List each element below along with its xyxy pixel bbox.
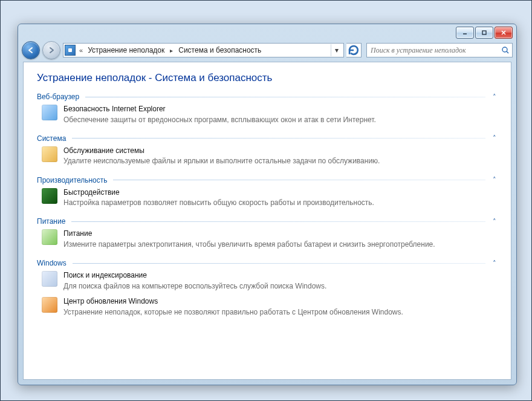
section-header-label: Питание [37, 217, 65, 226]
section-header[interactable]: Веб-браузер˄ [37, 93, 498, 101]
address-dropdown[interactable]: ▾ [331, 44, 342, 56]
chevron-right-icon[interactable]: ▸ [168, 47, 175, 54]
maximize-icon [481, 30, 487, 36]
search-input[interactable] [369, 45, 499, 56]
collapse-chevron-icon[interactable]: ˄ [491, 259, 498, 267]
section-divider [72, 138, 485, 139]
troubleshooter-icon [42, 146, 57, 162]
breadcrumb-overflow[interactable]: « [78, 47, 84, 54]
troubleshooter-text: Обслуживание системыУдалите неиспользуем… [63, 146, 380, 166]
forward-arrow-icon [47, 46, 56, 54]
section-header-label: Веб-браузер [37, 93, 79, 101]
back-arrow-icon [27, 46, 35, 54]
close-button[interactable] [495, 27, 513, 39]
section: Производительность˄БыстродействиеНастрой… [37, 176, 498, 210]
troubleshooter-title: Быстродействие [63, 188, 374, 198]
troubleshooter-item[interactable]: БыстродействиеНастройка параметров позво… [37, 184, 498, 210]
troubleshooter-item[interactable]: Безопасность Internet ExplorerОбеспечени… [37, 101, 498, 127]
explorer-window: « Устранение неполадок ▸ Система и безоп… [18, 24, 517, 385]
search-icon [501, 46, 510, 54]
section-divider [71, 221, 485, 222]
section-divider [85, 97, 485, 97]
minimize-icon [462, 30, 468, 36]
collapse-chevron-icon[interactable]: ˄ [491, 134, 498, 142]
caption-buttons [456, 27, 513, 39]
section: Система˄Обслуживание системыУдалите неис… [37, 134, 498, 169]
section-header[interactable]: Windows˄ [37, 259, 498, 267]
close-icon [501, 30, 507, 36]
collapse-chevron-icon[interactable]: ˄ [491, 218, 498, 226]
section: Веб-браузер˄Безопасность Internet Explor… [37, 93, 498, 127]
section-header-label: Windows [37, 259, 66, 267]
refresh-icon [346, 43, 361, 57]
svg-line-5 [507, 51, 508, 53]
maximize-button[interactable] [475, 27, 493, 39]
troubleshooter-icon [42, 229, 57, 245]
troubleshooter-title: Питание [63, 229, 435, 239]
troubleshooter-item[interactable]: Центр обновления WindowsУстранение непол… [37, 293, 498, 319]
troubleshooter-text: Центр обновления WindowsУстранение непол… [63, 297, 403, 317]
search-box[interactable] [366, 43, 513, 57]
address-bar[interactable]: « Устранение неполадок ▸ Система и безоп… [63, 43, 344, 57]
troubleshooter-item[interactable]: Поиск и индексированиеДля поиска файлов … [37, 267, 498, 293]
control-panel-icon [65, 45, 76, 56]
svg-point-4 [502, 47, 507, 52]
svg-rect-1 [482, 31, 486, 34]
troubleshooter-desc: Для поиска файлов на компьютере воспольз… [63, 281, 326, 291]
troubleshooter-title: Центр обновления Windows [63, 297, 403, 307]
refresh-button[interactable] [346, 43, 362, 57]
troubleshooter-icon [42, 105, 57, 120]
troubleshooter-desc: Настройка параметров позволяет повысить … [63, 198, 374, 207]
section-header-label: Производительность [37, 176, 107, 184]
troubleshooter-desc: Измените параметры электропитания, чтобы… [63, 240, 435, 249]
breadcrumb-seg-troubleshoot[interactable]: Устранение неполадок [86, 46, 166, 54]
troubleshooter-text: Поиск и индексированиеДля поиска файлов … [63, 271, 326, 291]
troubleshooter-item[interactable]: Обслуживание системыУдалите неиспользуем… [37, 143, 498, 169]
section-header[interactable]: Питание˄ [37, 217, 498, 226]
troubleshooter-text: ПитаниеИзмените параметры электропитания… [63, 229, 435, 249]
troubleshooter-text: Безопасность Internet ExplorerОбеспечени… [63, 105, 376, 125]
section: Windows˄Поиск и индексированиеДля поиска… [37, 259, 498, 319]
troubleshooter-text: БыстродействиеНастройка параметров позво… [63, 188, 374, 208]
section-header-label: Система [37, 134, 66, 143]
page-title: Устранение неполадок - Система и безопас… [37, 72, 498, 84]
navigation-row: « Устранение неполадок ▸ Система и безоп… [22, 41, 513, 59]
back-button[interactable] [22, 41, 40, 59]
content-pane: Устранение неполадок - Система и безопас… [23, 62, 511, 380]
breadcrumb-seg-system-security[interactable]: Система и безопасность [177, 46, 262, 54]
troubleshooter-title: Поиск и индексирование [63, 271, 326, 281]
troubleshooter-icon [42, 188, 57, 204]
desktop-background: « Устранение неполадок ▸ Система и безоп… [0, 0, 532, 401]
troubleshooter-title: Безопасность Internet Explorer [63, 105, 376, 114]
troubleshooter-icon [42, 271, 57, 287]
forward-button[interactable] [42, 41, 60, 59]
troubleshooter-desc: Обеспечение защиты от вредоносных програ… [63, 115, 376, 125]
troubleshooter-title: Обслуживание системы [63, 146, 380, 156]
troubleshooter-item[interactable]: ПитаниеИзмените параметры электропитания… [37, 226, 498, 252]
section-header[interactable]: Система˄ [37, 134, 498, 143]
collapse-chevron-icon[interactable]: ˄ [491, 176, 498, 184]
troubleshooter-desc: Устранение неполадок, которые не позволя… [63, 307, 403, 317]
collapse-chevron-icon[interactable]: ˄ [491, 93, 498, 101]
troubleshooter-icon [42, 297, 57, 313]
troubleshooter-desc: Удалите неиспользуемые файлы и ярлыки и … [63, 156, 380, 166]
minimize-button[interactable] [456, 27, 474, 39]
section-header[interactable]: Производительность˄ [37, 176, 498, 184]
section-divider [113, 180, 485, 180]
section: Питание˄ПитаниеИзмените параметры электр… [37, 217, 498, 252]
section-divider [73, 263, 485, 264]
